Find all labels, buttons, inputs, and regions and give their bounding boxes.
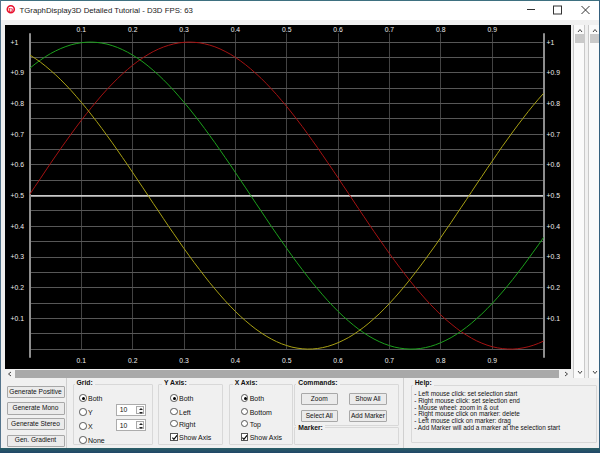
svg-text:0.2: 0.2 (128, 26, 138, 33)
svg-text:+1: +1 (11, 39, 19, 46)
svg-text:+0.2: +0.2 (11, 284, 25, 291)
svg-text:D: D (9, 6, 14, 13)
svg-text:0.3: 0.3 (179, 26, 189, 33)
svg-text:0.5: 0.5 (282, 357, 292, 364)
svg-text:+0.6: +0.6 (547, 161, 561, 168)
svg-text:+0.1: +0.1 (11, 315, 25, 322)
svg-text:+0.3: +0.3 (11, 253, 25, 260)
svg-text:+0.1: +0.1 (547, 315, 561, 322)
svg-text:0.3: 0.3 (179, 357, 189, 364)
svg-text:+0.8: +0.8 (11, 100, 25, 107)
svg-text:+0.3: +0.3 (547, 253, 561, 260)
svg-text:0.8: 0.8 (436, 357, 446, 364)
svg-text:0.1: 0.1 (77, 357, 87, 364)
svg-text:+0.5: +0.5 (547, 192, 561, 199)
svg-text:0.4: 0.4 (231, 357, 241, 364)
svg-text:0.1: 0.1 (77, 26, 87, 33)
svg-text:+0.2: +0.2 (547, 284, 561, 291)
svg-text:+0.5: +0.5 (11, 192, 25, 199)
svg-text:+0.9: +0.9 (11, 69, 25, 76)
svg-text:+0.4: +0.4 (547, 223, 561, 230)
svg-text:+0.7: +0.7 (547, 131, 561, 138)
svg-text:+0.4: +0.4 (11, 223, 25, 230)
svg-text:+0.9: +0.9 (547, 69, 561, 76)
svg-text:0.6: 0.6 (333, 26, 343, 33)
svg-text:0.9: 0.9 (487, 357, 497, 364)
svg-text:0.5: 0.5 (282, 26, 292, 33)
svg-text:+1: +1 (547, 39, 555, 46)
svg-text:0.8: 0.8 (436, 26, 446, 33)
svg-text:0.7: 0.7 (385, 26, 395, 33)
svg-text:0.7: 0.7 (385, 357, 395, 364)
svg-text:+0.8: +0.8 (547, 100, 561, 107)
svg-text:+0.6: +0.6 (11, 161, 25, 168)
svg-text:0.9: 0.9 (487, 26, 497, 33)
svg-text:0.2: 0.2 (128, 357, 138, 364)
svg-text:0.4: 0.4 (231, 26, 241, 33)
svg-text:+0.7: +0.7 (11, 131, 25, 138)
svg-text:0.6: 0.6 (333, 357, 343, 364)
